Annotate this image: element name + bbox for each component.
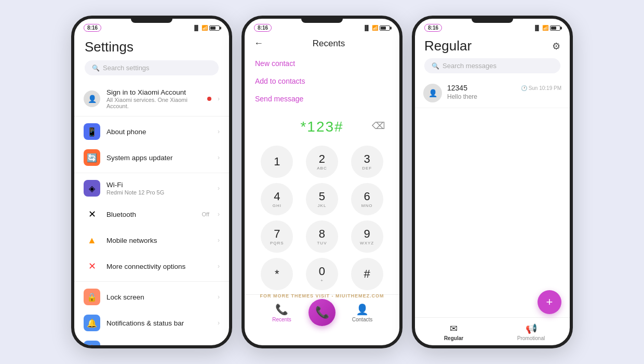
- add-contact-option[interactable]: Add to contacts: [255, 73, 389, 89]
- more-conn-chevron: ›: [218, 263, 220, 270]
- message-preview: Hello there: [447, 93, 561, 100]
- messages-phone: 8:16 ▐▌ 📶 Regular ⚙ 🔍 Search messages: [412, 16, 573, 348]
- key-9[interactable]: 9 WXYZ: [351, 220, 383, 253]
- wifi-sub: Redmi Note 12 Pro 5G: [106, 189, 211, 196]
- messages-gear-icon[interactable]: ⚙: [552, 41, 560, 52]
- notifications-text: Notifications & status bar: [106, 319, 211, 327]
- key-4[interactable]: 4 GHI: [261, 183, 293, 215]
- message-timestamp-icon: 🕐: [521, 85, 527, 91]
- settings-header: Settings 🔍 Search settings: [74, 34, 229, 82]
- signal-icon-3: ▐▌: [533, 25, 541, 31]
- account-section: 👤 Sign in to Xiaomi Account All Xiaomi s…: [74, 82, 229, 116]
- notifications-icon: 🔔: [84, 315, 100, 331]
- messages-content: Regular ⚙ 🔍 Search messages 👤 12345 🕐: [415, 34, 570, 345]
- bluetooth-label: Bluetooth: [106, 211, 196, 218]
- mobile-chevron: ›: [218, 237, 220, 244]
- message-avatar: 👤: [423, 84, 442, 102]
- wifi-icon-3: 📶: [542, 25, 548, 31]
- about-phone-item[interactable]: 📱 About phone ›: [74, 119, 229, 145]
- system-apps-item[interactable]: 🔄 System apps updater ›: [74, 145, 229, 171]
- recents-tab-label: Recents: [272, 317, 291, 322]
- lock-chevron: ›: [218, 293, 220, 301]
- settings-content: Settings 🔍 Search settings 👤 Sign in to …: [74, 34, 229, 345]
- keypad: 1 2 ABC 3 DEF 4 GHI 5 JKL: [245, 141, 399, 294]
- new-contact-option[interactable]: New contact: [255, 55, 389, 72]
- promotional-tab[interactable]: 📢 Promotional: [492, 321, 570, 343]
- mobile-networks-text: Mobile networks: [106, 237, 211, 244]
- status-icons-3: ▐▌ 📶: [533, 25, 560, 31]
- system-apps-text: System apps updater: [106, 154, 211, 162]
- key-5[interactable]: 5 JKL: [306, 183, 338, 215]
- contacts-tab-icon: 👤: [356, 303, 369, 316]
- messages-list: 👤 12345 🕐 Sun 10:19 PM Hello there: [415, 79, 570, 317]
- message-name: 12345: [447, 84, 467, 92]
- key-0[interactable]: 0 +: [306, 258, 338, 290]
- messages-title: Regular: [424, 38, 472, 54]
- key-2[interactable]: 2 ABC: [306, 146, 338, 178]
- mobile-networks-item[interactable]: ▲ Mobile networks ›: [74, 227, 229, 253]
- signal-icon: ▐▌: [193, 25, 200, 31]
- key-star[interactable]: *: [261, 258, 293, 290]
- status-time-3: 8:16: [424, 24, 442, 32]
- key-6[interactable]: 6 MNO: [351, 183, 383, 215]
- account-item[interactable]: 👤 Sign in to Xiaomi Account All Xiaomi s…: [74, 84, 229, 114]
- connectivity-section: ◈ Wi-Fi Redmi Note 12 Pro 5G › ✕ Bluetoo…: [74, 173, 229, 282]
- account-label: Sign in to Xiaomi Account: [106, 88, 201, 96]
- bluetooth-item[interactable]: ✕ Bluetooth Off ›: [74, 201, 229, 227]
- message-item[interactable]: 👤 12345 🕐 Sun 10:19 PM Hello there: [415, 79, 570, 108]
- wifi-text: Wi-Fi Redmi Note 12 Pro 5G: [106, 181, 211, 196]
- messages-fab[interactable]: +: [538, 290, 561, 314]
- promotional-tab-label: Promotional: [517, 335, 545, 341]
- promotional-tab-icon: 📢: [526, 323, 537, 334]
- messages-search-bar[interactable]: 🔍 Search messages: [424, 58, 560, 73]
- regular-tab-icon: ✉: [450, 323, 458, 334]
- key-hash[interactable]: #: [351, 258, 383, 290]
- about-section: 📱 About phone › 🔄 System apps updater ›: [74, 116, 229, 173]
- account-dot: [207, 97, 211, 101]
- watermark: FOR MORE THEMES VISIT - MIUITHEMEZ.COM: [260, 293, 384, 298]
- status-bar-3: 8:16 ▐▌ 📶: [415, 19, 570, 34]
- signal-icon-2: ▐▌: [363, 25, 370, 31]
- home-screen-item[interactable]: 🏠 Home screen ›: [74, 336, 229, 345]
- more-conn-item[interactable]: ✕ More connectivity options ›: [74, 253, 229, 279]
- wifi-chevron: ›: [218, 185, 220, 192]
- mobile-networks-icon: ▲: [84, 232, 100, 249]
- message-content: 12345 🕐 Sun 10:19 PM Hello there: [447, 84, 561, 100]
- msgs-search-icon: 🔍: [432, 62, 439, 70]
- bluetooth-text: Bluetooth: [106, 211, 196, 218]
- key-1[interactable]: 1: [261, 146, 293, 178]
- more-conn-icon: ✕: [84, 258, 100, 275]
- contacts-tab[interactable]: 👤 Contacts: [336, 303, 389, 322]
- settings-list: 👤 Sign in to Xiaomi Account All Xiaomi s…: [74, 82, 229, 345]
- back-button[interactable]: ←: [254, 38, 263, 49]
- recents-tab[interactable]: 📞 Recents: [255, 303, 308, 322]
- status-time-2: 8:16: [254, 24, 272, 32]
- settings-phone: 8:16 ▐▌ 📶 Settings 🔍 Search settings: [71, 16, 232, 348]
- send-message-option[interactable]: Send message: [255, 90, 389, 107]
- search-icon: 🔍: [92, 64, 100, 72]
- more-conn-label: More connectivity options: [106, 263, 211, 270]
- phones-container: 8:16 ▐▌ 📶 Settings 🔍 Search settings: [0, 0, 644, 364]
- regular-tab-label: Regular: [444, 335, 463, 341]
- regular-tab[interactable]: ✉ Regular: [415, 321, 492, 343]
- account-avatar: 👤: [84, 90, 100, 107]
- notifications-item[interactable]: 🔔 Notifications & status bar ›: [74, 310, 229, 336]
- key-3[interactable]: 3 DEF: [351, 146, 383, 178]
- dialer-title: Recents: [267, 38, 390, 49]
- settings-search-bar[interactable]: 🔍 Search settings: [85, 60, 219, 75]
- bluetooth-icon: ✕: [84, 206, 100, 223]
- backspace-button[interactable]: ⌫: [372, 120, 385, 132]
- settings-title: Settings: [85, 39, 219, 55]
- key-7[interactable]: 7 PQRS: [261, 220, 293, 253]
- lock-screen-item[interactable]: 🔒 Lock screen ›: [74, 284, 229, 310]
- sysapps-chevron: ›: [218, 154, 220, 161]
- key-8[interactable]: 8 TUV: [306, 220, 338, 253]
- dialer-phone: 8:16 ▐▌ 📶 ← Recents New contact Add to c…: [242, 16, 403, 348]
- wifi-item[interactable]: ◈ Wi-Fi Redmi Note 12 Pro 5G ›: [74, 175, 229, 201]
- home-screen-label: Home screen: [106, 345, 211, 346]
- messages-fab-icon: +: [546, 295, 553, 309]
- call-fab[interactable]: 📞: [308, 299, 336, 326]
- messages-header: Regular ⚙ 🔍 Search messages: [415, 34, 570, 79]
- home-screen-icon: 🏠: [84, 341, 100, 345]
- settings-search-placeholder: Search settings: [103, 64, 150, 72]
